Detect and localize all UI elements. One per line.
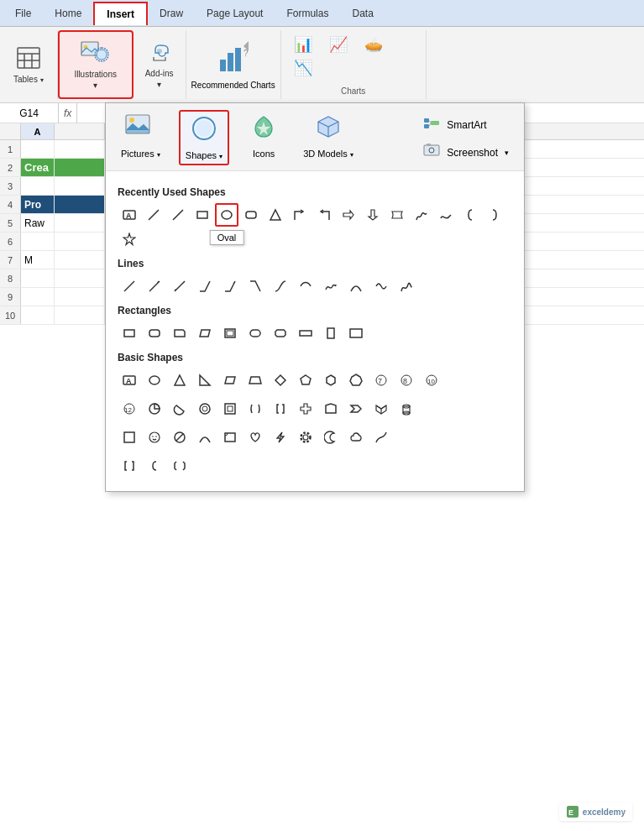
- tab-insert[interactable]: Insert: [93, 2, 148, 25]
- shape-turn-arrow[interactable]: [312, 203, 336, 227]
- tab-formulas[interactable]: Formulas: [275, 3, 340, 24]
- basic-curve[interactable]: [369, 426, 393, 449]
- line-arc[interactable]: [344, 274, 368, 298]
- basic-crescent[interactable]: [319, 426, 343, 449]
- rect-diagonal[interactable]: [193, 321, 217, 345]
- shape-line2[interactable]: [166, 203, 190, 227]
- cell-4b[interactable]: [55, 196, 105, 213]
- basic-pentagon[interactable]: [294, 368, 317, 392]
- cell-6b[interactable]: [55, 233, 105, 250]
- rect-tall[interactable]: [319, 321, 343, 345]
- shape-rectangle[interactable]: [191, 203, 214, 227]
- cell-8a[interactable]: [21, 269, 55, 287]
- dd-item-3d[interactable]: 3D Models ▾: [298, 110, 359, 162]
- line-freeform[interactable]: [395, 274, 418, 298]
- tab-data[interactable]: Data: [340, 3, 385, 24]
- cell-2a[interactable]: Crea: [21, 159, 55, 176]
- basic-bracket-sq[interactable]: [118, 454, 141, 478]
- cell-7b[interactable]: [55, 251, 105, 269]
- basic-circle7[interactable]: 7: [369, 368, 393, 392]
- cell-5a[interactable]: Raw: [21, 214, 55, 232]
- rect-frame[interactable]: [218, 321, 242, 345]
- basic-arc[interactable]: [193, 426, 217, 449]
- shape-right-arrow[interactable]: [337, 203, 360, 227]
- addins-button[interactable]: Add-ins ▾: [140, 35, 179, 94]
- shape-down-arrow[interactable]: [361, 203, 385, 227]
- shape-star[interactable]: [118, 227, 141, 251]
- line-wave2[interactable]: [369, 274, 393, 298]
- basic-chord[interactable]: [168, 397, 191, 421]
- basic-no-symbol[interactable]: [168, 426, 191, 449]
- rect-snip-corner[interactable]: [168, 321, 191, 345]
- basic-square2[interactable]: [118, 426, 141, 449]
- basic-can[interactable]: [395, 397, 418, 421]
- line-elbow1[interactable]: [193, 274, 217, 298]
- line-curved2[interactable]: [294, 274, 317, 298]
- tables-button[interactable]: Tables ▾: [8, 35, 49, 94]
- basic-pentagon2[interactable]: [319, 397, 343, 421]
- shape-wave1[interactable]: [434, 203, 458, 227]
- basic-plus[interactable]: [294, 397, 317, 421]
- basic-brace2[interactable]: [143, 454, 166, 478]
- basic-cloud[interactable]: [344, 426, 368, 449]
- dd-item-pictures[interactable]: Pictures ▾: [116, 110, 165, 162]
- chart-bar-button[interactable]: 📉: [286, 57, 320, 79]
- basic-lr-paren[interactable]: [243, 397, 267, 421]
- shape-ribbon[interactable]: [385, 203, 409, 227]
- basic-heptagon[interactable]: [344, 368, 368, 392]
- dd-item-icons[interactable]: Icons: [243, 110, 285, 162]
- basic-bracket-sq2[interactable]: [168, 454, 191, 478]
- basic-diamond[interactable]: [269, 368, 292, 392]
- chart-line-button[interactable]: 📈: [322, 34, 355, 55]
- tab-home[interactable]: Home: [43, 3, 93, 24]
- basic-circle12[interactable]: 12: [118, 397, 141, 421]
- shape-textbox[interactable]: A: [118, 203, 141, 227]
- cell-4a[interactable]: Pro: [21, 196, 55, 213]
- rect-wide[interactable]: [294, 321, 317, 345]
- basic-lightning[interactable]: [269, 426, 292, 449]
- shape-line1[interactable]: [142, 203, 165, 227]
- cell-3a[interactable]: [21, 177, 55, 195]
- basic-textbox[interactable]: A: [118, 368, 141, 392]
- cell-9a[interactable]: [21, 288, 55, 306]
- cell-10a[interactable]: [21, 306, 55, 324]
- basic-parallelogram[interactable]: [218, 368, 242, 392]
- basic-l-bracket[interactable]: [269, 397, 292, 421]
- basic-cube[interactable]: [369, 397, 393, 421]
- basic-right-triangle[interactable]: [193, 368, 217, 392]
- dd-smartart-item[interactable]: SmartArt: [416, 113, 514, 136]
- tab-draw[interactable]: Draw: [148, 3, 195, 24]
- line-scribble[interactable]: [319, 274, 343, 298]
- basic-pie[interactable]: [143, 397, 166, 421]
- basic-oval[interactable]: [143, 368, 166, 392]
- tab-page-layout[interactable]: Page Layout: [195, 3, 275, 24]
- shape-squiggle1[interactable]: [410, 203, 433, 227]
- basic-plaque[interactable]: [218, 426, 242, 449]
- basic-circle10[interactable]: 10: [420, 368, 443, 392]
- cell-1b[interactable]: [55, 140, 105, 158]
- rect-plain2[interactable]: [344, 321, 368, 345]
- basic-smiley[interactable]: [143, 426, 166, 449]
- basic-trapezoid[interactable]: [243, 368, 267, 392]
- basic-triangle[interactable]: [168, 368, 191, 392]
- shape-brace-close[interactable]: [483, 203, 506, 227]
- basic-gear[interactable]: [294, 426, 317, 449]
- basic-heart[interactable]: [243, 426, 267, 449]
- cell-3b[interactable]: [55, 177, 105, 195]
- dd-screenshot-item[interactable]: Screenshot ▾: [416, 141, 514, 164]
- line-arrow1[interactable]: [143, 274, 166, 298]
- cell-8b[interactable]: [55, 269, 105, 287]
- line-straight[interactable]: [118, 274, 141, 298]
- chart-col-button[interactable]: 📊: [286, 34, 320, 55]
- shape-rounded-rect[interactable]: [239, 203, 263, 227]
- line-elbow2[interactable]: [218, 274, 242, 298]
- shape-oval[interactable]: Oval: [215, 203, 238, 227]
- cell-1a[interactable]: [21, 140, 55, 158]
- cell-7a[interactable]: M: [21, 251, 55, 269]
- shape-brace-open[interactable]: [458, 203, 482, 227]
- basic-hexagon[interactable]: [319, 368, 343, 392]
- rect-rounded[interactable]: [143, 321, 166, 345]
- basic-circle8[interactable]: 8: [395, 368, 418, 392]
- rect-plain[interactable]: [118, 321, 141, 345]
- basic-donut[interactable]: [193, 397, 217, 421]
